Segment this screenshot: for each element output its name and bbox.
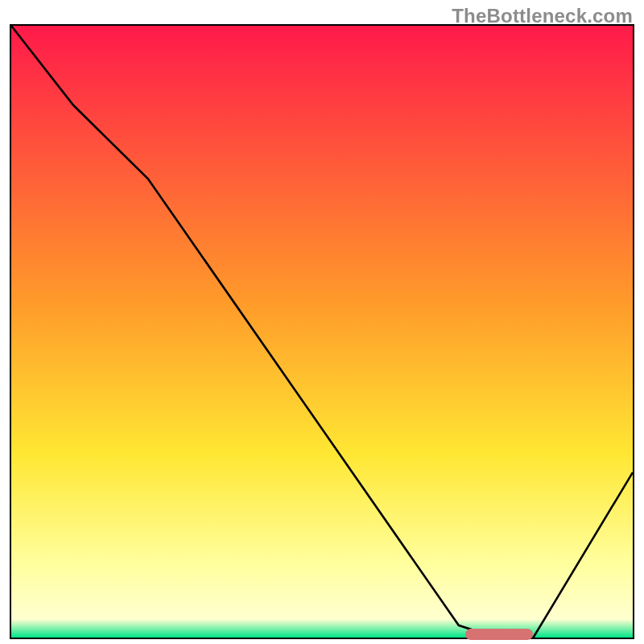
chart-frame [10,24,634,639]
optimum-marker [465,629,534,640]
chart-svg [11,26,633,638]
heat-gradient [11,26,633,638]
